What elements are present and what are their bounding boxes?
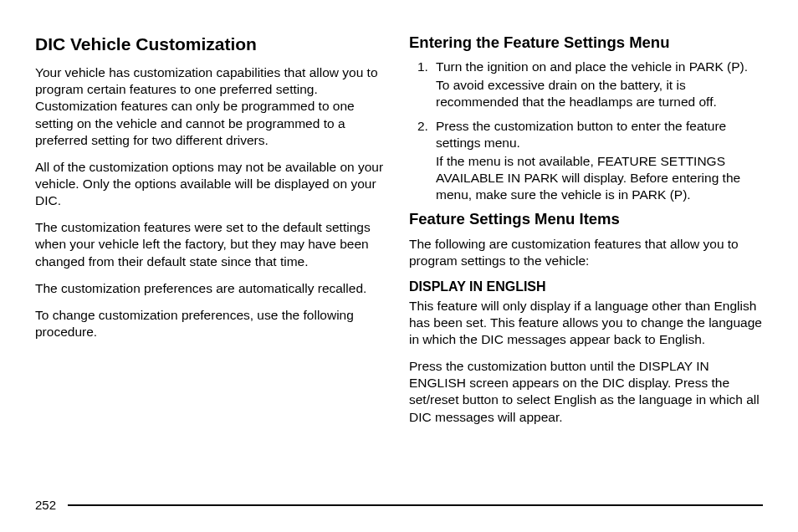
page-footer: 252 [35, 498, 763, 512]
page-number: 252 [35, 498, 56, 512]
subsection-heading: Feature Settings Menu Items [409, 210, 763, 228]
subsection-heading: Entering the Feature Settings Menu [409, 33, 763, 52]
step-item: 2. Press the customization button to ent… [409, 118, 763, 204]
body-paragraph: To change customization preferences, use… [35, 307, 389, 340]
step-item: 1. Turn the ignition on and place the ve… [409, 59, 763, 110]
body-paragraph: The customization features were set to t… [35, 219, 389, 269]
step-note: If the menu is not available, FEATURE SE… [436, 153, 763, 203]
body-paragraph: Your vehicle has customization capabilit… [35, 64, 389, 149]
right-column: Entering the Feature Settings Menu 1. Tu… [409, 33, 763, 489]
left-column: DIC Vehicle Customization Your vehicle h… [35, 33, 389, 489]
step-note: To avoid excessive drain on the battery,… [436, 77, 763, 110]
step-text: Press the customization button to enter … [436, 119, 726, 150]
body-paragraph: Press the customization button until the… [409, 358, 763, 426]
step-text: Turn the ignition on and place the vehic… [436, 59, 748, 74]
body-paragraph: This feature will only display if a lang… [409, 298, 763, 348]
section-heading: DIC Vehicle Customization [35, 33, 389, 54]
body-paragraph: The customization preferences are automa… [35, 280, 389, 297]
body-paragraph: The following are customization features… [409, 236, 763, 269]
two-column-layout: DIC Vehicle Customization Your vehicle h… [35, 33, 763, 489]
footer-rule [68, 504, 763, 506]
step-marker: 2. [417, 118, 428, 135]
step-marker: 1. [417, 59, 428, 75]
numbered-steps: 1. Turn the ignition on and place the ve… [409, 59, 763, 203]
feature-title: DISPLAY IN ENGLISH [409, 279, 763, 294]
body-paragraph: All of the customization options may not… [35, 159, 389, 209]
